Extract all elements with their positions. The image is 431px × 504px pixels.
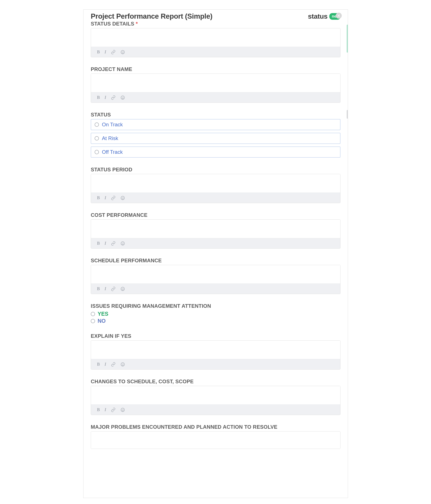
editor-explain-if-yes: B I: [91, 340, 340, 369]
bold-button[interactable]: B: [97, 286, 100, 291]
emoji-button[interactable]: [120, 407, 125, 412]
italic-button[interactable]: I: [104, 407, 106, 412]
editor-schedule-performance: B I: [91, 265, 340, 294]
emoji-button[interactable]: [120, 196, 125, 200]
svg-point-20: [123, 409, 123, 409]
link-button[interactable]: [111, 241, 116, 246]
svg-point-14: [123, 288, 123, 288]
radio-label: YES: [98, 311, 108, 317]
svg-point-8: [123, 197, 123, 198]
italic-button[interactable]: I: [104, 195, 106, 200]
field-label-project-name: PROJECT NAME: [91, 66, 340, 72]
editor-status-period: B I: [91, 174, 340, 203]
svg-point-3: [121, 96, 125, 99]
input-status-period[interactable]: [91, 174, 340, 193]
emoji-button[interactable]: [120, 50, 125, 54]
link-button[interactable]: [111, 95, 116, 100]
svg-point-9: [121, 242, 125, 245]
svg-point-11: [123, 243, 123, 243]
radio-label: On Track: [102, 122, 123, 128]
input-project-name[interactable]: [91, 74, 340, 92]
radio-circle-icon: [95, 122, 99, 127]
input-schedule-performance[interactable]: [91, 265, 340, 284]
radio-label: At Risk: [102, 135, 118, 141]
svg-point-6: [121, 196, 125, 200]
toolbar: B I: [91, 359, 340, 369]
field-label-changes: CHANGES TO SCHEDULE, COST, SCOPE: [91, 378, 340, 385]
input-major-problems[interactable]: [91, 432, 340, 449]
toolbar: B I: [91, 405, 340, 415]
editor-major-problems: [91, 431, 340, 449]
radio-on-track[interactable]: On Track: [91, 119, 340, 130]
page-title: Project Performance Report (Simple): [91, 12, 212, 20]
radio-at-risk[interactable]: At Risk: [91, 133, 340, 144]
edge-decoration: [347, 25, 348, 53]
brand-logo: status net: [308, 12, 340, 20]
svg-point-18: [121, 408, 125, 412]
radio-circle-icon: [91, 312, 95, 316]
editor-project-name: B I: [91, 73, 340, 103]
radio-circle-icon: [95, 150, 99, 154]
link-button[interactable]: [111, 196, 116, 200]
link-button[interactable]: [111, 407, 116, 412]
svg-point-17: [123, 364, 123, 364]
editor-status-details: B I: [91, 28, 340, 57]
italic-button[interactable]: I: [104, 286, 106, 291]
emoji-button[interactable]: [120, 95, 125, 100]
edge-decoration: [347, 110, 348, 119]
italic-button[interactable]: I: [104, 362, 106, 367]
radio-issues-yes[interactable]: YES: [91, 311, 340, 317]
italic-button[interactable]: I: [104, 95, 106, 100]
emoji-button[interactable]: [120, 241, 125, 246]
field-label-major-problems: MAJOR PROBLEMS ENCOUNTERED AND PLANNED A…: [91, 424, 340, 430]
form-panel: Project Performance Report (Simple) stat…: [83, 9, 348, 498]
field-label-explain-if-yes: EXPLAIN IF YES: [91, 333, 340, 339]
required-mark: *: [136, 21, 138, 27]
field-label-issues-mgmt: ISSUES REQUIRING MANAGEMENT ATTENTION: [91, 303, 340, 309]
link-button[interactable]: [111, 50, 116, 54]
bold-button[interactable]: B: [97, 95, 100, 100]
link-button[interactable]: [111, 287, 116, 291]
close-button[interactable]: [336, 13, 342, 19]
editor-cost-performance: B I: [91, 219, 340, 249]
svg-point-0: [121, 50, 125, 54]
field-label-status-period: STATUS PERIOD: [91, 167, 340, 173]
radio-circle-icon: [95, 136, 99, 141]
svg-point-15: [121, 362, 125, 366]
label-text: STATUS DETAILS: [91, 21, 134, 27]
bold-button[interactable]: B: [97, 407, 100, 412]
input-status-details[interactable]: [91, 28, 340, 47]
italic-button[interactable]: I: [104, 50, 106, 54]
toolbar: B I: [91, 47, 340, 57]
radio-off-track[interactable]: Off Track: [91, 146, 340, 158]
emoji-button[interactable]: [120, 287, 125, 291]
bold-button[interactable]: B: [97, 195, 100, 200]
radio-label: NO: [98, 318, 106, 324]
toolbar: B I: [91, 284, 340, 294]
link-button[interactable]: [111, 362, 116, 367]
radio-circle-icon: [91, 319, 95, 323]
svg-point-12: [121, 287, 125, 291]
field-label-cost-performance: COST PERFORMANCE: [91, 212, 340, 218]
toolbar: B I: [91, 193, 340, 203]
editor-changes: B I: [91, 386, 340, 415]
bold-button[interactable]: B: [97, 50, 100, 54]
emoji-button[interactable]: [120, 362, 125, 367]
brand-text: status: [308, 12, 327, 20]
field-label-status: STATUS: [91, 112, 340, 118]
radio-issues-no[interactable]: NO: [91, 318, 340, 324]
bold-button[interactable]: B: [97, 362, 100, 367]
input-changes[interactable]: [91, 386, 340, 405]
toolbar: B I: [91, 92, 340, 102]
toolbar: B I: [91, 238, 340, 248]
italic-button[interactable]: I: [104, 241, 106, 246]
bold-button[interactable]: B: [97, 241, 100, 246]
radio-label: Off Track: [102, 149, 123, 155]
field-label-status-details: STATUS DETAILS *: [91, 21, 340, 27]
input-explain-if-yes[interactable]: [91, 341, 340, 359]
field-label-schedule-performance: SCHEDULE PERFORMANCE: [91, 258, 340, 264]
input-cost-performance[interactable]: [91, 220, 340, 238]
